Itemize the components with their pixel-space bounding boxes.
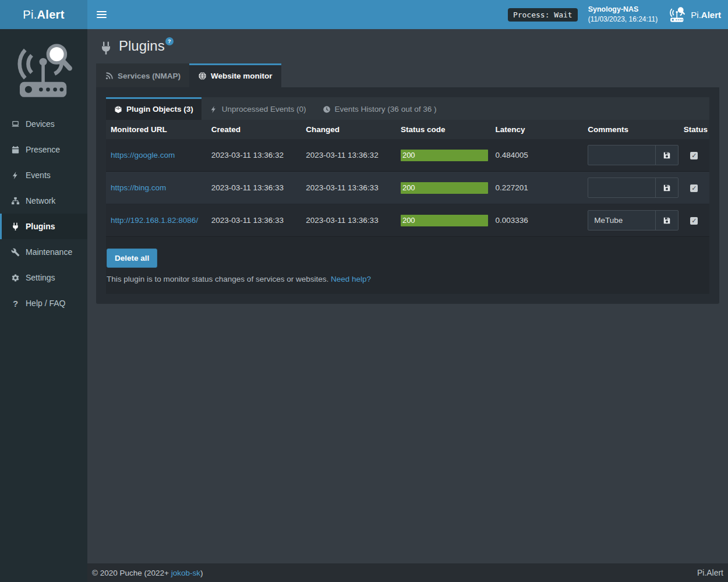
app-logo-text: Pi.Alert [23, 8, 64, 22]
floppy-icon [663, 151, 671, 159]
sidebar-item-label: Settings [26, 273, 55, 282]
plug-icon [10, 222, 20, 231]
floppy-icon [663, 217, 671, 225]
changed-cell: 2023-03-11 13:36:32 [301, 139, 396, 172]
clock-icon [323, 105, 331, 113]
globe-icon [198, 72, 207, 80]
col-latency: Latency [491, 120, 584, 139]
col-status: Status [679, 120, 709, 139]
top-navbar: Process: Wait Synology-NAS (11/03/2023, … [87, 0, 728, 29]
sidebar-item-label: Events [26, 171, 51, 180]
status-checkbox[interactable]: ✓ [690, 152, 698, 159]
monitored-url-link[interactable]: https://bing.com [111, 183, 166, 192]
host-name: Synology-NAS [588, 5, 658, 15]
plugin-tabs: Services (NMAP) Website monitor [96, 63, 719, 87]
tab-services-nmap[interactable]: Services (NMAP) [96, 63, 189, 87]
navbar-right: Process: Wait Synology-NAS (11/03/2023, … [508, 5, 728, 24]
help-badge[interactable]: ? [165, 37, 174, 45]
sidebar-item-maintenance[interactable]: Maintenance [0, 239, 87, 265]
comment-input-group [588, 210, 678, 230]
main-content: Plugins? Services (NMAP) Website monitor… [87, 29, 728, 304]
wrench-icon [10, 248, 20, 257]
plugin-subtabs: Plugin Objects (3) Unprocessed Events (0… [106, 97, 709, 120]
app-logo[interactable]: Pi.Alert [0, 0, 87, 29]
latency-cell: 0.227201 [491, 172, 584, 204]
signal-icon [105, 72, 114, 80]
bolt-icon [10, 171, 20, 180]
comment-input-group [588, 145, 678, 165]
status-checkbox[interactable]: ✓ [690, 184, 698, 192]
question-icon: ? [10, 299, 20, 308]
sidebar-item-label: Plugins [26, 222, 55, 231]
header-brand[interactable]: Pi.Alert [668, 6, 721, 24]
col-created: Created [207, 120, 302, 139]
router-search-icon [668, 6, 686, 24]
save-comment-button[interactable] [655, 146, 678, 165]
changed-cell: 2023-03-11 13:36:33 [301, 204, 396, 237]
sidebar-item-label: Presence [26, 145, 60, 154]
delete-all-button[interactable]: Delete all [107, 249, 157, 268]
status-code-bar: 200 [401, 150, 488, 161]
sitemap-icon [10, 197, 20, 205]
tab-events-history[interactable]: Events History (36 out of 36 ) [314, 97, 445, 120]
laptop-icon [10, 120, 20, 129]
router-search-logo [11, 39, 76, 104]
sidebar-item-label: Devices [26, 119, 55, 129]
calendar-icon [10, 146, 20, 154]
sidebar-item-devices[interactable]: Devices [0, 111, 87, 137]
status-checkbox[interactable]: ✓ [690, 217, 698, 225]
plugin-description: This plugin is to monitor status changes… [106, 275, 709, 283]
comment-input[interactable] [588, 211, 655, 230]
host-timestamp: (11/03/2023, 16:24:11) [588, 15, 658, 24]
table-row: https://google.com 2023-03-11 13:36:32 2… [106, 139, 709, 172]
save-comment-button[interactable] [655, 211, 678, 230]
sidebar-item-settings[interactable]: Settings [0, 265, 87, 290]
footer-brand: Pi.Alert [697, 568, 723, 577]
main-header: Pi.Alert Process: Wait Synology-NAS (11/… [0, 0, 728, 29]
save-comment-button[interactable] [655, 178, 678, 197]
status-code-bar: 200 [401, 182, 488, 194]
created-cell: 2023-03-11 13:36:32 [207, 139, 302, 172]
sidebar-item-network[interactable]: Network [0, 188, 87, 214]
monitored-url-link[interactable]: https://google.com [111, 151, 175, 159]
pialert-app: Pi.Alert Process: Wait Synology-NAS (11/… [0, 0, 728, 582]
sidebar-item-help[interactable]: ? Help / FAQ [0, 290, 87, 316]
latency-cell: 0.484005 [491, 139, 584, 172]
changed-cell: 2023-03-11 13:36:33 [301, 172, 396, 204]
col-monitored-url: Monitored URL [106, 120, 207, 139]
col-changed: Changed [301, 120, 396, 139]
need-help-link[interactable]: Need help? [331, 275, 371, 283]
table-header-row: Monitored URL Created Changed Status cod… [106, 120, 709, 139]
page-header: Plugins? [96, 29, 719, 63]
bolt-icon [210, 105, 218, 113]
monitored-urls-table: Monitored URL Created Changed Status cod… [106, 120, 709, 237]
comment-input[interactable] [588, 178, 655, 197]
tab-website-monitor[interactable]: Website monitor [189, 63, 281, 87]
page-title: Plugins? [119, 38, 174, 54]
sidebar: Devices Presence Events Network Plugins … [0, 29, 87, 582]
sidebar-item-plugins[interactable]: Plugins [0, 214, 87, 239]
main-footer: © 2020 Puche (2022+ jokob-sk) Pi.Alert [87, 563, 728, 582]
monitored-url-link[interactable]: http://192.168.1.82:8086/ [111, 216, 198, 225]
floppy-icon [663, 184, 671, 192]
header-brand-name: Pi.Alert [691, 10, 721, 20]
comment-input-group [588, 178, 678, 198]
sidebar-item-label: Network [26, 196, 55, 205]
plugin-objects-content: Monitored URL Created Changed Status cod… [106, 120, 709, 294]
table-row: https://bing.com 2023-03-11 13:36:33 202… [106, 172, 709, 204]
tab-plugin-objects[interactable]: Plugin Objects (3) [106, 97, 202, 120]
plug-icon [99, 41, 113, 55]
created-cell: 2023-03-11 13:36:33 [207, 204, 302, 237]
jokob-sk-link[interactable]: jokob-sk [171, 569, 200, 577]
copyright-text: © 2020 Puche (2022+ jokob-sk) [92, 569, 203, 577]
host-info: Synology-NAS (11/03/2023, 16:24:11) [588, 5, 658, 24]
sidebar-item-events[interactable]: Events [0, 162, 87, 188]
latency-cell: 0.003336 [491, 204, 584, 237]
sidebar-item-presence[interactable]: Presence [0, 137, 87, 162]
col-comments: Comments [583, 120, 679, 139]
comment-input[interactable] [588, 146, 655, 165]
tab-unprocessed-events[interactable]: Unprocessed Events (0) [202, 97, 314, 120]
hamburger-icon[interactable] [87, 0, 116, 29]
website-monitor-panel: Plugin Objects (3) Unprocessed Events (0… [96, 87, 719, 304]
status-code-bar: 200 [401, 215, 488, 226]
